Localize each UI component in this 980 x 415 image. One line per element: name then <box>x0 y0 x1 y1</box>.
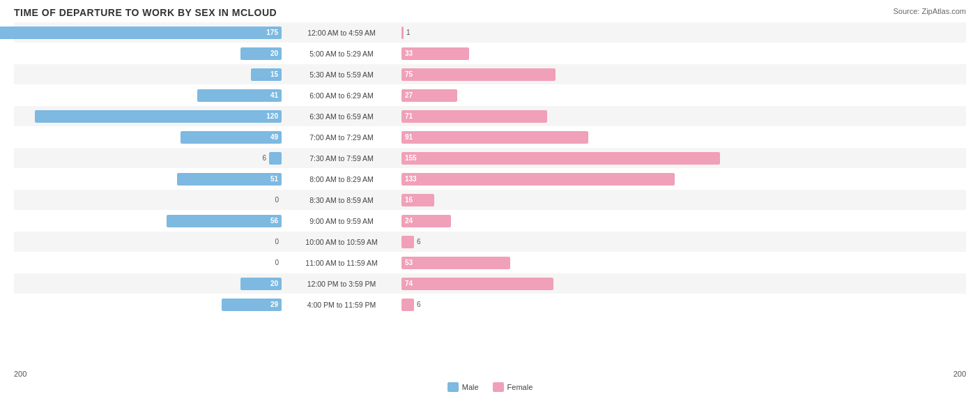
right-section: 91 <box>397 131 966 144</box>
time-label: 5:00 AM to 5:29 AM <box>286 50 397 58</box>
female-value: 155 <box>405 154 417 162</box>
table-row: 20 5:00 AM to 5:29 AM 33 <box>14 43 966 63</box>
left-section: 6 <box>14 152 286 165</box>
female-value-outside: 6 <box>417 301 421 308</box>
table-row: 6 7:30 AM to 7:59 AM 155 <box>14 148 966 168</box>
male-value: 15 <box>270 70 278 78</box>
axis-left-value: 200 <box>14 370 26 378</box>
male-value: 41 <box>270 91 278 99</box>
bar-female <box>401 236 414 248</box>
left-section: 56 <box>14 215 286 227</box>
time-label: 6:00 AM to 6:29 AM <box>286 91 397 100</box>
right-section: 53 <box>397 257 966 269</box>
time-label: 9:00 AM to 9:59 AM <box>286 217 397 225</box>
left-section: 49 <box>14 131 286 144</box>
right-section: 27 <box>397 89 966 102</box>
female-value: 75 <box>405 70 413 78</box>
left-section: 20 <box>14 47 286 60</box>
female-value: 133 <box>405 175 417 183</box>
right-section: 33 <box>397 47 966 60</box>
bar-male: 20 <box>240 278 282 290</box>
left-section: 41 <box>14 89 286 102</box>
right-section: 133 <box>397 173 966 186</box>
right-section: 6 <box>397 236 966 248</box>
legend: Male Female <box>14 382 966 392</box>
time-label: 7:30 AM to 7:59 AM <box>286 154 397 163</box>
male-value: 29 <box>270 301 278 308</box>
source-text: Source: ZipAtlas.com <box>893 7 966 15</box>
chart-area: 175 12:00 AM to 4:59 AM 1 20 5:00 AM to … <box>14 22 966 364</box>
time-label: 8:30 AM to 8:59 AM <box>286 196 397 204</box>
right-section: 71 <box>397 110 966 123</box>
right-section: 24 <box>397 215 966 227</box>
legend-male-box <box>447 382 459 392</box>
time-label: 12:00 AM to 4:59 AM <box>286 29 397 37</box>
table-row: 0 8:30 AM to 8:59 AM 16 <box>14 190 966 210</box>
table-row: 120 6:30 AM to 6:59 AM 71 <box>14 106 966 126</box>
table-row: 56 9:00 AM to 9:59 AM 24 <box>14 211 966 231</box>
table-row: 0 11:00 AM to 11:59 AM 53 <box>14 252 966 273</box>
left-section: 20 <box>14 278 286 290</box>
bar-male: 41 <box>197 89 282 102</box>
axis-right-value: 200 <box>954 370 966 378</box>
left-section: 29 <box>14 299 286 311</box>
bar-female <box>401 299 414 311</box>
bar-female: 75 <box>401 68 556 81</box>
female-value: 24 <box>405 217 413 225</box>
female-value: 16 <box>405 196 413 204</box>
female-value-outside: 6 <box>417 238 421 246</box>
female-value: 27 <box>405 91 413 99</box>
left-section: 15 <box>14 68 286 81</box>
bar-male: 51 <box>177 173 282 186</box>
bar-male: 20 <box>240 47 282 60</box>
bar-female <box>401 27 404 39</box>
time-label: 12:00 PM to 3:59 PM <box>286 280 397 288</box>
male-value: 175 <box>266 29 278 36</box>
bar-female: 74 <box>401 278 553 290</box>
right-section: 6 <box>397 299 966 311</box>
bar-female: 33 <box>401 47 469 60</box>
time-label: 10:00 AM to 10:59 AM <box>286 238 397 246</box>
chart-title: TIME OF DEPARTURE TO WORK BY SEX IN MCLO… <box>14 7 966 18</box>
female-value: 71 <box>405 112 413 120</box>
female-value: 53 <box>405 259 413 266</box>
right-section: 75 <box>397 68 966 81</box>
right-section: 155 <box>397 152 966 165</box>
legend-male-label: Male <box>462 383 479 391</box>
bar-male: 175 <box>0 27 282 39</box>
left-section: 0 <box>14 259 286 266</box>
time-label: 7:00 AM to 7:29 AM <box>286 133 397 142</box>
male-value: 20 <box>270 280 278 287</box>
left-section: 175 <box>14 27 286 39</box>
bar-female: 155 <box>401 152 720 165</box>
time-label: 11:00 AM to 11:59 AM <box>286 259 397 267</box>
male-value-outside: 0 <box>275 259 279 266</box>
legend-female-label: Female <box>507 383 533 391</box>
female-value: 74 <box>405 280 413 287</box>
male-value: 120 <box>266 112 278 120</box>
table-row: 49 7:00 AM to 7:29 AM 91 <box>14 127 966 147</box>
table-row: 41 6:00 AM to 6:29 AM 27 <box>14 85 966 105</box>
table-row: 175 12:00 AM to 4:59 AM 1 <box>14 22 966 43</box>
bar-female: 71 <box>401 110 547 123</box>
legend-female-box <box>493 382 504 392</box>
axis-row: 200 200 <box>14 367 966 381</box>
male-value-outside: 6 <box>262 154 266 162</box>
table-row: 0 10:00 AM to 10:59 AM 6 <box>14 232 966 252</box>
bar-male: 56 <box>167 215 282 227</box>
right-section: 74 <box>397 278 966 290</box>
bar-male: 15 <box>251 68 282 81</box>
female-value: 91 <box>405 133 413 141</box>
bar-male: 29 <box>222 299 282 311</box>
male-value: 56 <box>270 217 278 225</box>
time-label: 5:30 AM to 5:59 AM <box>286 70 397 79</box>
bar-male <box>269 152 282 165</box>
female-value: 33 <box>405 50 413 57</box>
male-value: 20 <box>270 50 278 57</box>
left-section: 51 <box>14 173 286 186</box>
bar-female: 53 <box>401 257 510 269</box>
bar-female: 16 <box>401 194 434 206</box>
left-section: 0 <box>14 238 286 246</box>
left-section: 120 <box>14 110 286 123</box>
time-label: 6:30 AM to 6:59 AM <box>286 112 397 121</box>
